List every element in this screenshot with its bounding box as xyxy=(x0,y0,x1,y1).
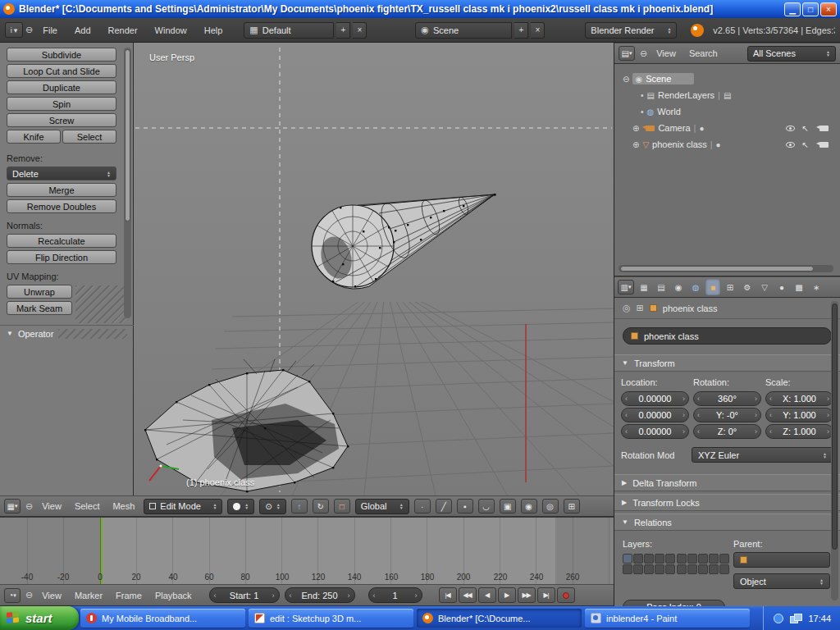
viewport-shading-selector[interactable]: ▲▼ xyxy=(227,499,254,514)
remove-doubles-button[interactable]: Remove Doubles xyxy=(7,199,116,213)
parent-object-selector[interactable] xyxy=(733,552,830,568)
outliner-scope-selector[interactable]: All Scenes ▲▼ xyxy=(747,46,836,62)
outliner-row-scene[interactable]: ⊖ ◉ Scene xyxy=(623,71,840,87)
renderable-camera-icon[interactable] xyxy=(819,126,829,131)
jump-to-start-button[interactable]: |◀ xyxy=(439,587,457,603)
texture-tab[interactable]: ▩ xyxy=(792,279,806,295)
selectable-cursor-icon[interactable]: ↖ xyxy=(802,124,809,133)
menu-add[interactable]: Add xyxy=(67,23,98,38)
subdivide-button[interactable]: Subdivide xyxy=(7,48,116,62)
screw-button[interactable]: Screw xyxy=(7,113,116,127)
maximize-button[interactable]: □ xyxy=(802,2,819,16)
flip-direction-button[interactable]: Flip Direction xyxy=(7,250,116,264)
render-engine-selector[interactable]: Blender Render ▲▼ xyxy=(585,22,677,39)
location-y-slider[interactable]: ‹0.00000› xyxy=(621,408,689,422)
expand-icon[interactable]: ⊖ xyxy=(623,75,629,84)
transform-locks-panel-header[interactable]: ▶ Transform Locks xyxy=(614,494,840,511)
constraints-tab[interactable]: ⊞ xyxy=(723,279,737,295)
editor-type-timeline-icon[interactable]: ◔▾ xyxy=(4,588,21,603)
operator-panel-header[interactable]: ▼ Operator xyxy=(0,325,134,341)
next-keyframe-button[interactable]: ▶▶ xyxy=(518,587,536,603)
render-layers-tab[interactable]: ▤ xyxy=(654,279,669,295)
record-button[interactable] xyxy=(557,587,575,603)
close-button[interactable]: × xyxy=(820,2,837,16)
outliner-menu-search[interactable]: Search xyxy=(685,47,722,60)
object-tab[interactable]: ■ xyxy=(705,279,720,295)
rotation-z-slider[interactable]: ‹Z: 0°› xyxy=(693,424,761,439)
parent-type-selector[interactable]: Object ▲▼ xyxy=(733,573,830,589)
pin-icon[interactable]: ◎ xyxy=(623,303,631,313)
knife-button[interactable]: Knife xyxy=(7,130,61,144)
location-x-slider[interactable]: ‹0.00000› xyxy=(621,391,689,406)
expand-icon[interactable]: ⊕ xyxy=(632,140,639,149)
selectable-cursor-icon[interactable]: ↖ xyxy=(802,140,809,149)
pivot-point-selector[interactable]: ⊙ ▲▼ xyxy=(259,499,285,514)
taskbar-item-mobile-broadband[interactable]: My Mobile Broadband... xyxy=(80,609,245,628)
browse-context-icon[interactable]: ⊞ xyxy=(637,303,644,313)
tray-status-icon[interactable] xyxy=(774,614,783,623)
unwrap-button[interactable]: Unwrap xyxy=(7,285,72,299)
rotation-x-slider[interactable]: ‹360°› xyxy=(693,391,761,406)
editor-type-info-icon[interactable]: i▾ xyxy=(5,22,23,38)
outliner-hscrollbar[interactable] xyxy=(619,265,833,272)
scale-z-slider[interactable]: ‹Z: 1.000› xyxy=(765,424,833,439)
network-icon[interactable] xyxy=(790,614,801,623)
collapse-menus-icon[interactable]: ⊖ xyxy=(640,48,647,59)
editor-type-3dview-icon[interactable]: ▦▾ xyxy=(4,499,21,514)
render-opengl-anim-icon[interactable]: ⊞ xyxy=(564,499,580,514)
mode-selector[interactable]: Edit Mode ▲▼ xyxy=(144,499,222,514)
transform-panel-header[interactable]: ▼ Transform xyxy=(614,354,840,372)
layers-grid-right[interactable] xyxy=(677,554,729,574)
current-frame-field[interactable]: ‹ 1 › xyxy=(368,587,422,603)
layers-grid-left[interactable] xyxy=(623,554,675,574)
frame-end-field[interactable]: ‹ End: 250 › xyxy=(285,587,355,603)
spin-button[interactable]: Spin xyxy=(7,97,116,111)
rotation-mode-selector[interactable]: XYZ Euler ▲▼ xyxy=(692,447,833,463)
manipulator-scale-icon[interactable]: □ xyxy=(334,499,350,514)
delete-screen-button[interactable]: × xyxy=(353,22,367,39)
outliner-row-phoenix-class[interactable]: ⊕ ▽ phoenix class | ● ↖ xyxy=(623,136,840,153)
material-tab[interactable]: ● xyxy=(774,279,789,295)
toolshelf-scrollbar[interactable] xyxy=(124,48,131,318)
timeline-menu-frame[interactable]: Frame xyxy=(112,589,146,602)
collapse-menus-icon[interactable]: ⊖ xyxy=(25,25,33,35)
pass-index-slider[interactable]: Pass Index: 0 xyxy=(623,600,725,606)
edge-select-mode-icon[interactable]: ╱ xyxy=(436,499,452,514)
add-scene-button[interactable]: + xyxy=(514,22,528,39)
taskbar-item-blender[interactable]: Blender* [C:\Docume... xyxy=(417,609,582,628)
frame-start-field[interactable]: ‹ Start: 1 › xyxy=(209,587,280,603)
viewport-3d[interactable]: User Persp (1) phoenix class xyxy=(134,43,614,495)
object-name-field[interactable]: phoenix class xyxy=(623,327,832,345)
viewport-menu-select[interactable]: Select xyxy=(71,500,104,513)
panel-drag-stripes[interactable] xyxy=(75,285,126,323)
editor-type-outliner-icon[interactable]: ▤▾ xyxy=(619,46,635,61)
delete-scene-button[interactable]: × xyxy=(531,22,545,39)
viewport-menu-view[interactable]: View xyxy=(38,500,66,513)
proportional-edit-icon[interactable]: ◉ xyxy=(521,499,537,514)
viewport-canvas[interactable] xyxy=(134,43,614,495)
outliner-menu-view[interactable]: View xyxy=(652,47,680,60)
visibility-eye-icon[interactable] xyxy=(786,126,795,131)
transform-orientation-selector[interactable]: Global ▲▼ xyxy=(355,499,409,514)
outliner-row-renderlayers[interactable]: • ▤ RenderLayers | ▤ xyxy=(623,87,840,103)
render-tab[interactable]: ▦ xyxy=(637,279,651,295)
properties-scrollbar[interactable] xyxy=(831,301,838,600)
play-reverse-button[interactable]: ◀ xyxy=(478,587,496,603)
expand-icon[interactable]: ⊕ xyxy=(632,124,639,133)
mark-seam-button[interactable]: Mark Seam xyxy=(7,301,72,315)
menu-file[interactable]: File xyxy=(35,23,65,38)
jump-to-end-button[interactable]: ▶| xyxy=(537,587,555,603)
delta-transform-panel-header[interactable]: ▶ Delta Transform xyxy=(614,474,840,491)
rotation-y-slider[interactable]: ‹Y: -0°› xyxy=(693,408,761,422)
snap-element-icon[interactable]: ▣ xyxy=(500,499,516,514)
menu-help[interactable]: Help xyxy=(197,23,231,38)
visibility-eye-icon[interactable] xyxy=(786,142,795,148)
menu-render[interactable]: Render xyxy=(101,23,145,38)
face-select-mode-icon[interactable]: ▪ xyxy=(457,499,473,514)
prev-keyframe-button[interactable]: ◀◀ xyxy=(459,587,477,603)
modifiers-tab[interactable]: ⚙ xyxy=(740,279,755,295)
outliner-row-world[interactable]: • ◍ World xyxy=(623,103,840,120)
play-button[interactable]: ▶ xyxy=(498,587,516,603)
timeline-menu-marker[interactable]: Marker xyxy=(71,589,107,602)
taskbar-item-sketchup[interactable]: edit : Sketchup 3D m... xyxy=(249,609,413,628)
